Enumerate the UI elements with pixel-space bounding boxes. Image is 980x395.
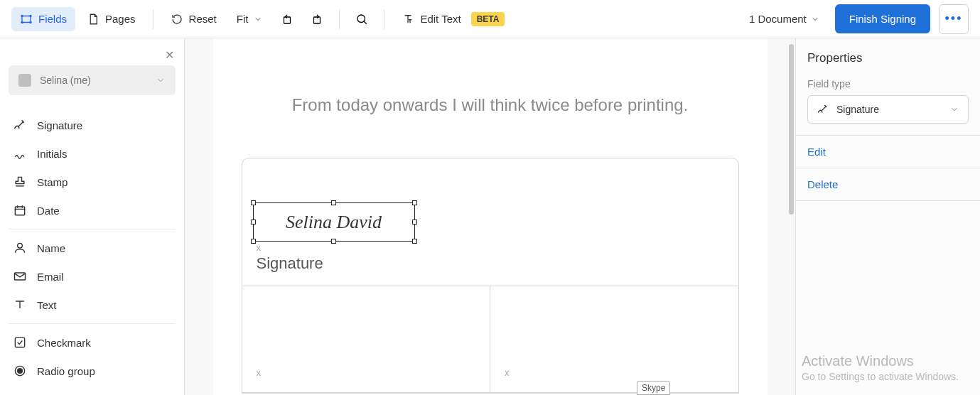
svg-point-13 xyxy=(18,369,23,374)
document-page[interactable]: From today onwards I will think twice be… xyxy=(213,38,768,395)
cell-label: Signature xyxy=(257,254,724,273)
search-icon xyxy=(355,13,368,26)
signer-name: Selina (me) xyxy=(40,75,91,86)
svg-point-3 xyxy=(21,21,23,23)
rotate-right-button[interactable] xyxy=(303,6,330,33)
svg-point-4 xyxy=(30,21,31,23)
document-body-text: From today onwards I will think twice be… xyxy=(213,67,768,158)
svg-rect-8 xyxy=(15,207,24,215)
radio-icon xyxy=(13,364,27,378)
rotate-right-icon xyxy=(311,13,323,26)
resize-handle[interactable] xyxy=(412,239,417,244)
rotate-left-button[interactable] xyxy=(274,6,301,33)
text-edit-icon xyxy=(402,13,414,26)
field-label: Signature xyxy=(37,119,82,131)
reset-button[interactable]: Reset xyxy=(162,7,225,31)
resize-handle[interactable] xyxy=(331,239,336,244)
signature-table: Selina David x Signat xyxy=(242,158,739,394)
fit-label: Fit xyxy=(237,13,249,25)
field-email[interactable]: Email xyxy=(0,262,184,291)
finish-signing-button[interactable]: Finish Signing xyxy=(835,4,930,33)
field-label: Name xyxy=(37,242,65,254)
field-label: Text xyxy=(37,299,57,311)
resize-handle[interactable] xyxy=(251,239,256,244)
date-cell[interactable]: x xyxy=(490,286,738,393)
chevron-down-icon xyxy=(254,15,262,23)
edit-text-button[interactable]: Edit Text BETA xyxy=(393,6,513,32)
field-label: Email xyxy=(37,271,64,283)
signature-cell[interactable]: Selina David x Signat xyxy=(242,158,738,286)
signature-icon xyxy=(817,103,829,116)
name-icon xyxy=(13,241,27,255)
delete-field-link[interactable]: Delete xyxy=(796,168,980,201)
field-type-label: Field type xyxy=(807,78,969,90)
rotate-left-icon xyxy=(281,13,294,26)
document-count-label: 1 Document xyxy=(749,13,807,25)
stamp-icon xyxy=(13,175,27,189)
field-text[interactable]: Text xyxy=(0,291,184,319)
user-color-swatch xyxy=(18,74,31,87)
field-label: Checkmark xyxy=(37,337,91,349)
chevron-down-icon xyxy=(949,104,959,114)
email-icon xyxy=(13,269,27,283)
initials-icon xyxy=(13,146,27,161)
resize-handle[interactable] xyxy=(251,200,256,205)
svg-point-9 xyxy=(18,243,23,248)
field-checkmark[interactable]: Checkmark xyxy=(0,328,184,357)
beta-badge: BETA xyxy=(471,12,505,26)
date-icon xyxy=(13,203,27,217)
pages-icon xyxy=(87,13,99,26)
more-options-button[interactable]: ••• xyxy=(939,4,969,34)
field-label: Stamp xyxy=(37,176,68,188)
resize-handle[interactable] xyxy=(412,200,417,205)
svg-point-2 xyxy=(30,15,31,16)
edit-field-link[interactable]: Edit xyxy=(796,136,980,168)
field-label: Date xyxy=(37,205,60,217)
field-name[interactable]: Name xyxy=(0,234,184,262)
edit-text-label: Edit Text xyxy=(420,13,461,25)
svg-point-1 xyxy=(21,15,23,16)
signature-value: Selina David xyxy=(286,212,382,233)
close-sidebar-button[interactable]: ✕ xyxy=(162,45,177,65)
text-icon xyxy=(13,298,27,312)
reset-label: Reset xyxy=(189,13,217,25)
cross-icon xyxy=(13,392,27,395)
resize-handle[interactable] xyxy=(331,200,336,205)
field-stamp[interactable]: Stamp xyxy=(0,168,184,196)
svg-point-7 xyxy=(357,15,365,23)
toolbar-divider xyxy=(384,9,384,29)
fields-icon xyxy=(20,13,33,26)
vertical-scrollbar[interactable] xyxy=(789,44,794,215)
resize-handle[interactable] xyxy=(412,220,417,224)
field-label: Radio group xyxy=(37,365,95,377)
signature-icon xyxy=(13,118,27,132)
toolbar-divider xyxy=(153,9,154,29)
checkmark-icon xyxy=(13,335,27,350)
fields-tab-label: Fields xyxy=(38,13,67,25)
pages-tab[interactable]: Pages xyxy=(78,7,144,31)
field-type-value: Signature xyxy=(836,104,879,115)
resize-handle[interactable] xyxy=(251,220,256,224)
field-radio-group[interactable]: Radio group xyxy=(0,357,184,385)
skype-tooltip: Skype xyxy=(637,381,670,395)
search-button[interactable] xyxy=(348,6,375,33)
document-count-dropdown[interactable]: 1 Document xyxy=(742,7,826,31)
toolbar-divider xyxy=(339,9,340,29)
name-cell[interactable]: x xyxy=(242,286,491,393)
field-date[interactable]: Date xyxy=(0,196,184,224)
canvas-scroll-area[interactable]: From today onwards I will think twice be… xyxy=(185,38,795,395)
field-signature[interactable]: Signature xyxy=(0,111,184,139)
chevron-down-icon xyxy=(811,15,819,23)
fields-tab[interactable]: Fields xyxy=(11,7,75,31)
more-icon: ••• xyxy=(945,11,963,26)
field-cross[interactable]: Cross xyxy=(0,385,184,395)
fit-button[interactable]: Fit xyxy=(228,7,271,31)
cell-x-mark: x xyxy=(257,367,476,378)
signer-select[interactable]: Selina (me) xyxy=(9,65,176,95)
signature-field-selected[interactable]: Selina David xyxy=(253,202,415,242)
field-type-select[interactable]: Signature xyxy=(807,95,969,124)
document-canvas: From today onwards I will think twice be… xyxy=(185,38,795,395)
field-initials[interactable]: Initials xyxy=(0,139,184,168)
chevron-down-icon xyxy=(156,75,166,85)
svg-rect-11 xyxy=(15,337,24,347)
